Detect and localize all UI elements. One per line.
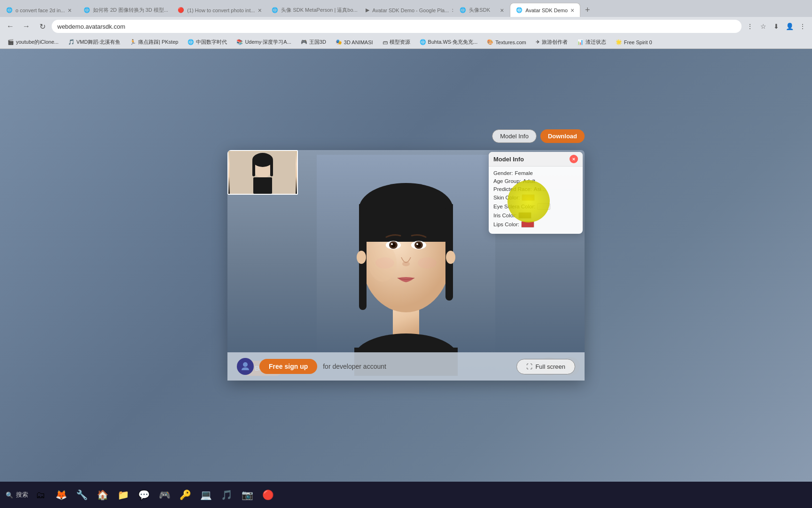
bookmark-udemy[interactable]: 📚 Udemy·深度学习A...: [233, 38, 295, 47]
race-row: Predicted Race: Asi...: [493, 186, 578, 192]
bookmark-label: VMD舞蹈·北溪有鱼: [77, 39, 121, 46]
taskbar-folder[interactable]: 📁: [115, 486, 132, 503]
svg-point-28: [446, 251, 455, 264]
search-label: 搜索: [16, 491, 28, 499]
tab-favicon: 🌐: [516, 7, 523, 13]
sclera-color-row: Eye Sclera Color:: [493, 203, 578, 210]
bookmark-label: Textures.com: [495, 40, 526, 45]
gender-row: Gender: Female: [493, 170, 578, 176]
bookmark-label: youtube的iClone...: [16, 39, 59, 46]
taskbar-tools[interactable]: 🔧: [73, 486, 90, 503]
bookmark-icon[interactable]: ☆: [757, 21, 769, 32]
tab-1[interactable]: 🌐 o convert face 2d in... ×: [0, 3, 78, 17]
bookmark-label: 3D ANIMASI: [344, 40, 373, 45]
forward-nav-button[interactable]: →: [20, 20, 33, 33]
free-signup-button[interactable]: Free sign up: [259, 359, 317, 374]
bookmark-models[interactable]: 🗃 模型资源: [379, 38, 414, 47]
age-label: Age Group:: [493, 178, 521, 184]
svg-rect-5: [270, 160, 273, 176]
tab-favicon: ▶: [366, 7, 369, 13]
thumbnail-svg: [230, 151, 296, 194]
tab-close-6[interactable]: ×: [500, 7, 504, 14]
bookmark-icon: ✈: [536, 39, 540, 45]
menu-icon[interactable]: ⋮: [797, 21, 808, 32]
page-content: Model Info Download: [0, 49, 812, 482]
taskbar-red[interactable]: 🔴: [259, 486, 276, 503]
tab-5[interactable]: ▶ Avatar SDK Demo - Google Pla... ×: [359, 3, 453, 17]
lips-color-row: Lips Color:: [493, 221, 578, 228]
taskbar-camera[interactable]: 📷: [239, 486, 256, 503]
signup-text: for developer account: [323, 363, 386, 370]
bookmark-icon: 🌟: [616, 39, 622, 45]
bookmark-label: 中国数字时代: [196, 39, 227, 46]
bookmarks-bar: 🎬 youtube的iClone... 🎵 VMD舞蹈·北溪有鱼 🏃 痛点路踩|…: [0, 36, 812, 49]
taskbar-key[interactable]: 🔑: [177, 486, 194, 503]
svg-rect-12: [359, 204, 453, 242]
bookmark-icon: 🗃: [383, 40, 388, 45]
model-info-button[interactable]: Model Info: [492, 129, 537, 143]
avatar-container: Model Info × Gender: Female Age Group: A…: [227, 150, 585, 381]
taskbar-home[interactable]: 🏠: [94, 486, 111, 503]
tab-label: (1) How to convert photo int...: [187, 8, 255, 13]
tab-2[interactable]: 🌐 如何将 2D 图像转换为 3D 模型... ×: [78, 3, 172, 17]
bookmark-youtube[interactable]: 🎬 youtube的iClone...: [4, 38, 62, 47]
race-value: Asi...: [534, 186, 546, 192]
svg-point-19: [391, 243, 393, 245]
tab-close-7[interactable]: ×: [570, 7, 574, 14]
bookmark-status[interactable]: 📊 渣迁状态: [573, 38, 610, 47]
taskbar-firefox[interactable]: 🦊: [53, 486, 70, 503]
taskbar-music[interactable]: 🎵: [218, 486, 235, 503]
bookmark-vmd[interactable]: 🎵 VMD舞蹈·北溪有鱼: [64, 38, 125, 47]
skin-color-row: Skin Color:: [493, 194, 578, 201]
taskbar-files[interactable]: 🗂: [32, 486, 49, 503]
tab-7[interactable]: 🌐 Avatar SDK Demo ×: [510, 3, 580, 17]
tab-3[interactable]: 🔴 (1) How to convert photo int... ×: [172, 3, 265, 17]
tab-close-1[interactable]: ×: [68, 7, 71, 14]
address-input[interactable]: [52, 20, 742, 33]
panel-close-button[interactable]: ×: [570, 155, 578, 163]
bookmark-buhta[interactable]: 🌐 Buhta.WS·免充免充...: [416, 38, 482, 47]
tab-label: Avatar SDK Demo - Google Pla...: [372, 8, 449, 13]
bookmark-textures[interactable]: 🎨 Textures.com: [483, 38, 530, 46]
browser-chrome: 🌐 o convert face 2d in... × 🌐 如何将 2D 图像转…: [0, 0, 812, 49]
bookmark-travel[interactable]: ✈ 旅游创作者: [532, 38, 571, 47]
bookmark-icon: 🎮: [301, 39, 307, 45]
bookmark-freespirit[interactable]: 🌟 Free Spirit 0: [612, 38, 656, 46]
new-tab-button[interactable]: +: [580, 3, 594, 17]
taskbar-computer[interactable]: 💻: [197, 486, 214, 503]
extensions-icon[interactable]: ⋮: [744, 21, 756, 32]
age-row: Age Group: Adult: [493, 178, 578, 184]
bookmark-label: 渣迁状态: [586, 39, 606, 46]
reload-button[interactable]: ↻: [36, 20, 49, 33]
logo-svg: [240, 361, 251, 372]
avatar-face-svg: [317, 155, 495, 376]
tab-favicon: 🌐: [84, 7, 90, 13]
taskbar-search[interactable]: 🔍 搜索: [6, 491, 28, 499]
download-button[interactable]: Download: [540, 129, 585, 143]
taskbar-chat[interactable]: 💬: [135, 486, 152, 503]
search-icon: 🔍: [6, 492, 13, 499]
download-icon[interactable]: ⬇: [771, 21, 782, 32]
tab-6[interactable]: 🌐 头像SDK ×: [453, 3, 510, 17]
svg-point-27: [357, 251, 366, 264]
account-icon[interactable]: 👤: [784, 21, 795, 32]
lips-color-swatch: [521, 221, 534, 228]
bookmark-pkstep[interactable]: 🏃 痛点路踩| PKstep: [126, 38, 182, 47]
bookmark-digital[interactable]: 🌐 中国数字时代: [184, 38, 231, 47]
tab-4[interactable]: 🌐 头像 SDK MetaPerson | 逼真bo... ×: [265, 3, 359, 17]
top-controls: Model Info Download: [492, 129, 585, 143]
tab-label: 头像SDK: [469, 7, 490, 14]
age-value: Adult: [523, 178, 535, 184]
race-label: Predicted Race:: [493, 186, 532, 192]
taskbar-game[interactable]: 🎮: [156, 486, 173, 503]
toolbar-icons: ⋮ ☆ ⬇ 👤 ⋮: [744, 21, 808, 32]
tab-close-3[interactable]: ×: [258, 7, 262, 14]
thumbnail-overlay: [227, 150, 298, 195]
fullscreen-button[interactable]: ⛶ Full screen: [516, 359, 575, 374]
bookmark-3d[interactable]: 🎮 王国3D: [297, 38, 330, 47]
gender-value: Female: [515, 170, 533, 176]
bookmark-animasi[interactable]: 🎭 3D ANIMASI: [332, 38, 377, 46]
fullscreen-icon: ⛶: [526, 363, 532, 370]
svg-rect-4: [252, 160, 255, 176]
back-nav-button[interactable]: ←: [4, 20, 17, 33]
